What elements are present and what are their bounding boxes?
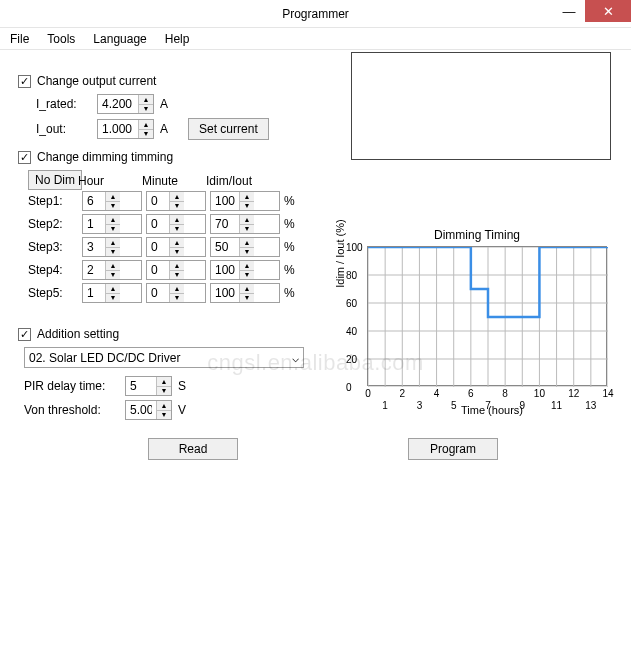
iout-unit: A bbox=[160, 122, 168, 136]
step-label: Step1: bbox=[28, 194, 78, 208]
step-pct-input[interactable]: ▲▼ bbox=[210, 260, 280, 280]
pir-unit: S bbox=[178, 379, 186, 393]
change-dimming-checkbox[interactable] bbox=[18, 151, 31, 164]
irated-input[interactable]: ▲▼ bbox=[97, 94, 154, 114]
irated-label: I_rated: bbox=[36, 97, 91, 111]
spin-down-icon[interactable]: ▼ bbox=[170, 248, 184, 257]
percent-label: % bbox=[284, 240, 304, 254]
no-dim-button[interactable]: No Dim bbox=[28, 170, 82, 190]
iout-label: I_out: bbox=[36, 122, 91, 136]
spin-down-icon[interactable]: ▼ bbox=[240, 202, 254, 211]
step-minute-input[interactable]: ▲▼ bbox=[146, 283, 206, 303]
spin-up-icon[interactable]: ▲ bbox=[240, 238, 254, 248]
spin-down-icon[interactable]: ▼ bbox=[139, 105, 153, 114]
spin-down-icon[interactable]: ▼ bbox=[240, 271, 254, 280]
change-output-label: Change output current bbox=[37, 74, 156, 88]
step-row: Step1:▲▼▲▼▲▼% bbox=[28, 191, 613, 211]
spin-down-icon[interactable]: ▼ bbox=[139, 130, 153, 139]
iout-input[interactable]: ▲▼ bbox=[97, 119, 154, 139]
percent-label: % bbox=[284, 194, 304, 208]
step-minute-input[interactable]: ▲▼ bbox=[146, 191, 206, 211]
spin-down-icon[interactable]: ▼ bbox=[240, 225, 254, 234]
spin-up-icon[interactable]: ▲ bbox=[170, 284, 184, 294]
step-hour-input[interactable]: ▲▼ bbox=[82, 283, 142, 303]
change-dimming-label: Change dimming timming bbox=[37, 150, 173, 164]
chart-ylabel: Idim / Iout (%) bbox=[334, 219, 346, 287]
step-hour-input[interactable]: ▲▼ bbox=[82, 191, 142, 211]
step-hour-input[interactable]: ▲▼ bbox=[82, 214, 142, 234]
spin-up-icon[interactable]: ▲ bbox=[240, 215, 254, 225]
spin-up-icon[interactable]: ▲ bbox=[240, 192, 254, 202]
spin-down-icon[interactable]: ▼ bbox=[170, 225, 184, 234]
spin-up-icon[interactable]: ▲ bbox=[157, 377, 171, 387]
chevron-down-icon: ⌵ bbox=[292, 351, 299, 365]
irated-unit: A bbox=[160, 97, 168, 111]
spin-up-icon[interactable]: ▲ bbox=[240, 261, 254, 271]
set-current-button[interactable]: Set current bbox=[188, 118, 269, 140]
spin-up-icon[interactable]: ▲ bbox=[106, 215, 120, 225]
percent-label: % bbox=[284, 286, 304, 300]
spin-down-icon[interactable]: ▼ bbox=[106, 248, 120, 257]
step-hour-input[interactable]: ▲▼ bbox=[82, 260, 142, 280]
spin-up-icon[interactable]: ▲ bbox=[139, 120, 153, 130]
step-pct-input[interactable]: ▲▼ bbox=[210, 214, 280, 234]
menu-help[interactable]: Help bbox=[165, 32, 190, 46]
pir-label: PIR delay time: bbox=[24, 379, 119, 393]
spin-up-icon[interactable]: ▲ bbox=[170, 192, 184, 202]
step-minute-input[interactable]: ▲▼ bbox=[146, 214, 206, 234]
chart-xlabel: Time (hours) bbox=[367, 404, 617, 416]
step-label: Step2: bbox=[28, 217, 78, 231]
col-hour: Hour bbox=[78, 174, 138, 188]
spin-up-icon[interactable]: ▲ bbox=[106, 192, 120, 202]
spin-up-icon[interactable]: ▲ bbox=[170, 215, 184, 225]
step-pct-input[interactable]: ▲▼ bbox=[210, 237, 280, 257]
step-label: Step5: bbox=[28, 286, 78, 300]
spin-down-icon[interactable]: ▼ bbox=[170, 202, 184, 211]
spin-up-icon[interactable]: ▲ bbox=[106, 284, 120, 294]
chart-title: Dimming Timing bbox=[337, 228, 617, 242]
von-input[interactable]: ▲▼ bbox=[125, 400, 172, 420]
spin-down-icon[interactable]: ▼ bbox=[240, 294, 254, 303]
change-output-checkbox[interactable] bbox=[18, 75, 31, 88]
menu-language[interactable]: Language bbox=[93, 32, 146, 46]
von-label: Von threshold: bbox=[24, 403, 119, 417]
preview-panel bbox=[351, 52, 611, 160]
spin-down-icon[interactable]: ▼ bbox=[106, 271, 120, 280]
minimize-button[interactable]: — bbox=[553, 0, 585, 22]
window-title: Programmer bbox=[282, 7, 349, 21]
spin-up-icon[interactable]: ▲ bbox=[170, 238, 184, 248]
read-button[interactable]: Read bbox=[148, 438, 238, 460]
driver-select-value: 02. Solar LED DC/DC Driver bbox=[29, 351, 180, 365]
col-minute: Minute bbox=[142, 174, 202, 188]
spin-down-icon[interactable]: ▼ bbox=[106, 225, 120, 234]
spin-down-icon[interactable]: ▼ bbox=[157, 411, 171, 420]
step-minute-input[interactable]: ▲▼ bbox=[146, 260, 206, 280]
spin-up-icon[interactable]: ▲ bbox=[106, 238, 120, 248]
spin-up-icon[interactable]: ▲ bbox=[157, 401, 171, 411]
close-button[interactable]: ✕ bbox=[585, 0, 631, 22]
step-pct-input[interactable]: ▲▼ bbox=[210, 191, 280, 211]
spin-down-icon[interactable]: ▼ bbox=[170, 294, 184, 303]
driver-select[interactable]: 02. Solar LED DC/DC Driver ⌵ bbox=[24, 347, 304, 368]
von-unit: V bbox=[178, 403, 186, 417]
step-label: Step4: bbox=[28, 263, 78, 277]
program-button[interactable]: Program bbox=[408, 438, 498, 460]
spin-down-icon[interactable]: ▼ bbox=[106, 294, 120, 303]
col-idim: Idim/Iout bbox=[206, 174, 276, 188]
spin-down-icon[interactable]: ▼ bbox=[157, 387, 171, 396]
step-hour-input[interactable]: ▲▼ bbox=[82, 237, 142, 257]
menu-file[interactable]: File bbox=[10, 32, 29, 46]
spin-up-icon[interactable]: ▲ bbox=[170, 261, 184, 271]
step-pct-input[interactable]: ▲▼ bbox=[210, 283, 280, 303]
spin-down-icon[interactable]: ▼ bbox=[240, 248, 254, 257]
step-minute-input[interactable]: ▲▼ bbox=[146, 237, 206, 257]
pir-input[interactable]: ▲▼ bbox=[125, 376, 172, 396]
spin-up-icon[interactable]: ▲ bbox=[106, 261, 120, 271]
spin-down-icon[interactable]: ▼ bbox=[106, 202, 120, 211]
window-controls: — ✕ bbox=[553, 0, 631, 22]
spin-up-icon[interactable]: ▲ bbox=[139, 95, 153, 105]
addition-checkbox[interactable] bbox=[18, 328, 31, 341]
spin-up-icon[interactable]: ▲ bbox=[240, 284, 254, 294]
spin-down-icon[interactable]: ▼ bbox=[170, 271, 184, 280]
menu-tools[interactable]: Tools bbox=[47, 32, 75, 46]
